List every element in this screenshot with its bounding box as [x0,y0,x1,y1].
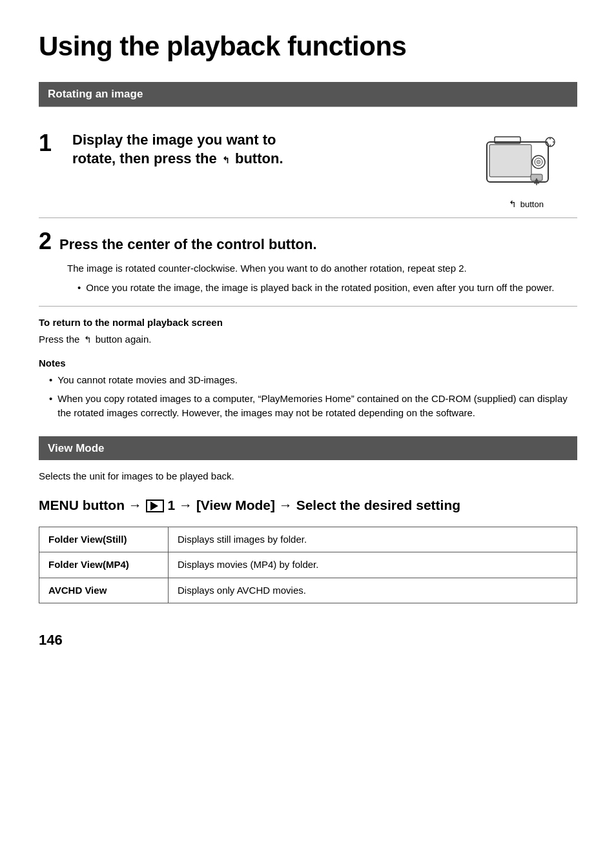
step1-content: Display the image you want to rotate, th… [72,130,461,171]
menu-part1: MENU button [39,498,125,512]
step1-block: 1 Display the image you want to rotate, … [39,119,577,218]
rotate-icon-inline: ↰ [222,154,230,167]
rotate-icon-sub: ↰ [84,333,92,347]
step2-body: The image is rotated counter-clockwise. … [67,261,577,296]
step1-text-line2b: button. [235,150,283,167]
step1-number: 1 [39,130,67,156]
notes-bullet1: You cannot rotate movies and 3D-images. [39,373,577,388]
svg-point-7 [549,138,551,139]
notes-section: Notes You cannot rotate movies and 3D-im… [39,356,577,421]
sub-section-body: Press the ↰ button again. [39,332,577,347]
camera-button-label: ↰ button [508,197,544,211]
step1-title: Display the image you want to rotate, th… [72,130,461,168]
step2-number: 2 [39,230,52,253]
view-mode-table: Folder View(Still)Displays still images … [39,527,577,604]
table-cell-col2: Displays only AVCHD movies. [169,578,577,603]
section2-header: View Mode [39,436,577,461]
divider-after-section1-header [39,106,577,107]
menu-arrow1: → [128,498,146,512]
step2-block: 2 Press the center of the control button… [39,218,577,307]
menu-part4: Select the desired setting [296,498,460,512]
step1-text-line1: Display the image you want to [72,132,276,148]
table-cell-col2: Displays still images by folder. [169,527,577,552]
svg-point-5 [537,160,540,164]
table-cell-col2: Displays movies (MP4) by folder. [169,552,577,578]
svg-point-10 [546,141,548,143]
step1-image-col: ↰ button [474,130,577,211]
rotate-icon-label: ↰ [509,197,517,211]
play-triangle [150,501,158,510]
svg-point-9 [549,145,551,146]
step2-body-text: The image is rotated counter-clockwise. … [67,261,577,276]
menu-part2: 1 [168,498,176,512]
notes-bullet2: When you copy rotated images to a comput… [39,392,577,421]
page-title: Using the playback functions [39,26,577,66]
step2-title-row: 2 Press the center of the control button… [39,230,577,261]
step1-text-line2: rotate, then press the [72,150,217,167]
table-cell-col1: Folder View(MP4) [39,552,169,578]
menu-path: MENU button → 1 → [View Mode] → Select t… [39,496,577,515]
sub-section-return: To return to the normal playback screen … [39,307,577,347]
camera-diagram [480,130,571,195]
table-cell-col1: AVCHD View [39,578,169,603]
notes-title: Notes [39,356,577,371]
view-mode-intro: Selects the unit for images to be played… [39,469,577,484]
view-mode-section: View Mode Selects the unit for images to… [39,436,577,604]
menu-part3: [View Mode] [196,498,275,512]
step1-left: 1 Display the image you want to rotate, … [39,130,461,171]
table-row: Folder View(MP4)Displays movies (MP4) by… [39,552,577,578]
menu-arrow2: → [179,498,196,512]
table-cell-col1: Folder View(Still) [39,527,169,552]
sub-section-title: To return to the normal playback screen [39,316,577,330]
play-icon-box [146,500,164,512]
page-number: 146 [39,629,577,651]
table-row: AVCHD ViewDisplays only AVCHD movies. [39,578,577,603]
svg-rect-1 [489,145,531,177]
svg-rect-11 [531,174,542,181]
table-row: Folder View(Still)Displays still images … [39,527,577,552]
step2-title: Press the center of the control button. [59,234,316,255]
section1-header: Rotating an image [39,82,577,106]
svg-point-8 [553,141,554,143]
menu-arrow3: → [279,498,296,512]
step2-bullet1: Once you rotate the image, the image is … [67,281,577,296]
